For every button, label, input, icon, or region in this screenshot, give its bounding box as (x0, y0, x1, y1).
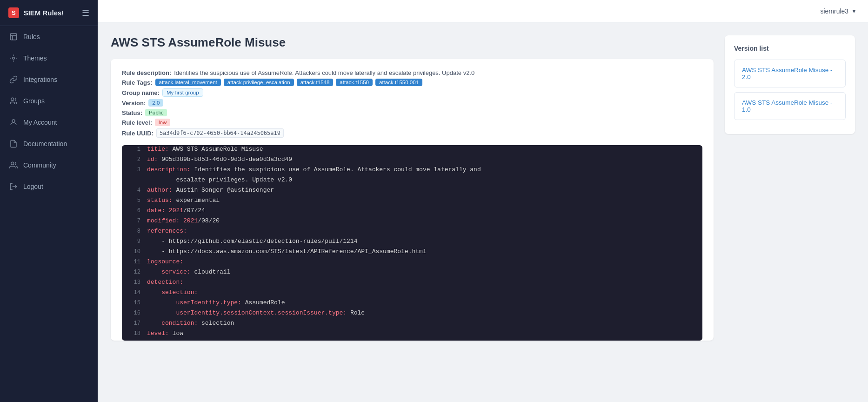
version-panel-title: Version list (734, 45, 846, 52)
code-line-16: 16 userIdentity.sessionContext.sessionIs… (122, 309, 702, 319)
sidebar-label-themes: Themes (23, 54, 47, 62)
sidebar-label-groups: Groups (23, 97, 45, 105)
tag-5[interactable]: attack.t1550.001 (375, 79, 422, 86)
code-line-1: 1 title: AWS STS AssumeRole Misuse (122, 145, 702, 155)
code-line-13: 13 detection: (122, 278, 702, 288)
rule-level-row: Rule level: low (122, 119, 702, 126)
sidebar-item-logout[interactable]: Logout (0, 176, 98, 197)
rules-icon (9, 33, 18, 41)
logo-icon: S (8, 7, 19, 18)
sidebar: S SIEM Rules! ☰ Rules Themes Integration… (0, 0, 98, 402)
sidebar-logo: S SIEM Rules! ☰ (0, 0, 98, 26)
version-link-2[interactable]: AWS STS AssumeRole Misuse - 2.0 (734, 60, 846, 87)
sidebar-label-logout: Logout (23, 183, 43, 190)
code-line-12: 12 service: cloudtrail (122, 268, 702, 278)
code-line-3: 3 description: Identifies the suspicious… (122, 166, 702, 176)
sidebar-item-integrations[interactable]: Integrations (0, 69, 98, 90)
status-label: Status: (122, 109, 142, 116)
rule-status-row: Status: Public (122, 109, 702, 116)
code-line-7: 7 modified: 2021/08/20 (122, 217, 702, 227)
version-link-1[interactable]: AWS STS AssumeRole Misuse - 1.0 (734, 92, 846, 120)
description-label: Rule description: (122, 69, 171, 76)
level-label: Rule level: (122, 119, 152, 126)
group-label: Group name: (122, 89, 160, 96)
rule-group-row: Group name: My first group (122, 88, 702, 97)
community-icon (9, 161, 18, 169)
uuid-label: Rule UUID: (122, 130, 154, 137)
code-line-15: 15 userIdentity.type: AssumedRole (122, 299, 702, 309)
main-content: AWS STS AssumeRole Misuse Rule descripti… (98, 22, 868, 402)
svg-point-6 (11, 162, 14, 165)
sidebar-label-my-account: My Account (23, 119, 57, 126)
sidebar-item-groups[interactable]: Groups (0, 90, 98, 112)
logo-text: SIEM Rules! (24, 9, 64, 17)
sidebar-label-community: Community (23, 161, 56, 169)
version-panel: Version list AWS STS AssumeRole Misuse -… (725, 35, 855, 134)
sidebar-item-documentation[interactable]: Documentation (0, 133, 98, 154)
user-menu[interactable]: siemrule3 ▼ (820, 7, 857, 15)
logout-icon (9, 182, 18, 191)
sidebar-item-community[interactable]: Community (0, 154, 98, 176)
sidebar-label-documentation: Documentation (23, 140, 67, 147)
svg-point-5 (12, 120, 15, 122)
code-line-14: 14 selection: (122, 288, 702, 299)
sidebar-label-integrations: Integrations (23, 76, 57, 83)
groups-icon (9, 97, 18, 105)
code-line-4: 4 author: Austin Songer @austinsonger (122, 186, 702, 196)
code-line-19: 19 tags: (122, 340, 702, 341)
themes-icon (9, 54, 18, 62)
level-badge: low (155, 119, 170, 126)
page-title: AWS STS AssumeRole Misuse (111, 35, 714, 50)
sidebar-item-my-account[interactable]: My Account (0, 112, 98, 133)
rule-tags-row: Rule Tags: attack.lateral_movement attac… (122, 79, 702, 86)
version-label: Version: (122, 100, 146, 107)
tag-1[interactable]: attack.lateral_movement (155, 79, 221, 86)
code-line-11: 11 logsource: (122, 258, 702, 268)
code-line-6: 6 date: 2021/07/24 (122, 207, 702, 217)
group-tag[interactable]: My first group (162, 88, 203, 97)
docs-icon (9, 140, 18, 148)
username: siemrule3 (820, 7, 848, 15)
code-line-10: 10 - https://docs.aws.amazon.com/STS/lat… (122, 248, 702, 258)
tags-label: Rule Tags: (122, 79, 153, 86)
rule-uuid-row: Rule UUID: 5a34d9f6-c702-4650-bb64-14a24… (122, 128, 702, 138)
sidebar-item-rules[interactable]: Rules (0, 26, 98, 47)
svg-point-4 (11, 98, 14, 100)
code-line-2: 2 id: 905d389b-b853-46d0-9d3d-dea0d3a3cd… (122, 155, 702, 166)
topbar: siemrule3 ▼ (98, 0, 868, 22)
tag-4[interactable]: attack.t1550 (336, 79, 373, 86)
tag-3[interactable]: attack.t1548 (297, 79, 334, 86)
rule-uuid: 5a34d9f6-c702-4650-bb64-14a245065a19 (156, 128, 284, 138)
content-area: AWS STS AssumeRole Misuse Rule descripti… (111, 35, 714, 389)
svg-rect-0 (10, 34, 17, 40)
version-tag: 2.0 (148, 99, 163, 107)
account-icon (9, 118, 18, 127)
tag-2[interactable]: attack.privilege_escalation (224, 79, 294, 86)
svg-point-3 (13, 57, 15, 60)
code-line-3b: escalate privileges. Update v2.0 (122, 176, 702, 186)
sidebar-item-themes[interactable]: Themes (0, 47, 98, 69)
hamburger-icon[interactable]: ☰ (82, 9, 89, 17)
sidebar-label-rules: Rules (23, 33, 40, 40)
rule-version-row: Version: 2.0 (122, 99, 702, 107)
code-line-18: 18 level: low (122, 329, 702, 340)
code-line-5: 5 status: experimental (122, 196, 702, 207)
rule-description: Identifies the suspicious use of AssumeR… (174, 69, 474, 76)
code-line-17: 17 condition: selection (122, 319, 702, 329)
rule-card: Rule description: Identifies the suspici… (111, 59, 714, 341)
rule-description-row: Rule description: Identifies the suspici… (122, 69, 702, 76)
status-badge: Public (145, 109, 167, 116)
code-block[interactable]: 1 title: AWS STS AssumeRole Misuse 2 id:… (122, 145, 702, 341)
integrations-icon (9, 75, 18, 84)
rule-meta: Rule description: Identifies the suspici… (122, 69, 702, 138)
code-line-9: 9 - https://github.com/elastic/detection… (122, 237, 702, 248)
chevron-down-icon: ▼ (851, 8, 857, 14)
code-line-8: 8 references: (122, 227, 702, 237)
